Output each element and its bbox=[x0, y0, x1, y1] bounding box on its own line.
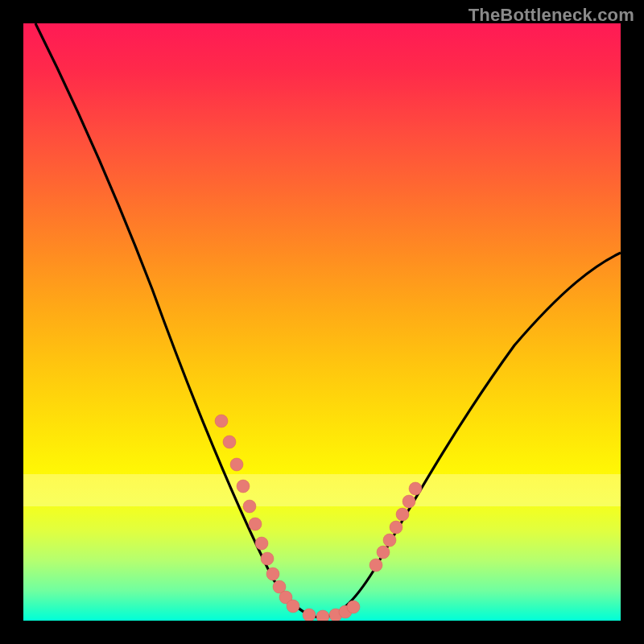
marker-cluster-left bbox=[215, 415, 360, 621]
svg-point-20 bbox=[390, 521, 402, 534]
svg-point-7 bbox=[261, 552, 274, 565]
bottleneck-curve bbox=[35, 23, 621, 617]
svg-point-21 bbox=[396, 508, 409, 521]
svg-point-16 bbox=[347, 601, 360, 613]
svg-point-19 bbox=[383, 534, 396, 547]
svg-point-8 bbox=[266, 568, 279, 580]
plot-area bbox=[23, 23, 621, 621]
svg-point-13 bbox=[316, 610, 329, 621]
svg-point-18 bbox=[377, 546, 390, 559]
svg-point-4 bbox=[243, 500, 256, 513]
svg-point-0 bbox=[215, 415, 228, 427]
svg-point-12 bbox=[303, 609, 316, 621]
svg-point-1 bbox=[223, 436, 236, 448]
svg-point-3 bbox=[237, 480, 250, 493]
marker-cluster-right bbox=[369, 482, 422, 572]
svg-point-5 bbox=[249, 518, 262, 530]
svg-point-17 bbox=[369, 559, 382, 572]
chart-container: TheBottleneck.com bbox=[0, 0, 644, 644]
watermark-text: TheBottleneck.com bbox=[469, 5, 634, 26]
curve-svg bbox=[23, 23, 621, 621]
svg-point-6 bbox=[255, 537, 268, 550]
svg-point-11 bbox=[287, 600, 299, 613]
svg-point-22 bbox=[402, 495, 415, 508]
svg-point-23 bbox=[409, 482, 422, 495]
svg-point-2 bbox=[230, 458, 243, 471]
